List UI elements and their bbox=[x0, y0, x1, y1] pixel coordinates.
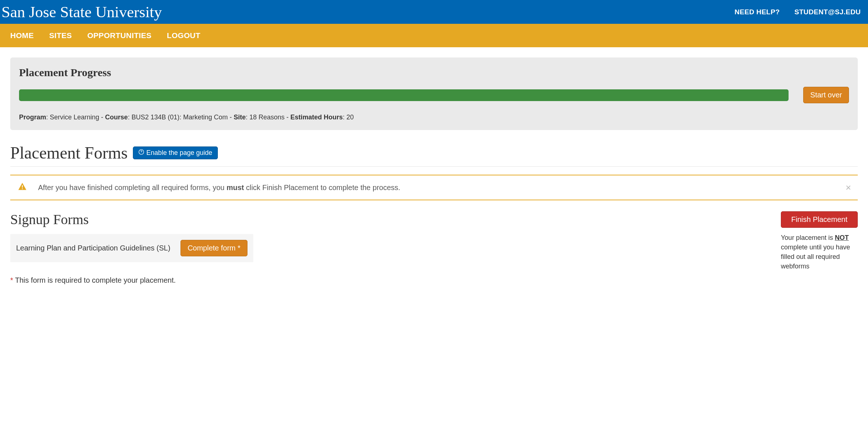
footnote-text: This form is required to complete your p… bbox=[13, 276, 176, 284]
program-label: Program bbox=[19, 114, 46, 121]
course-value: : BUS2 134B (01): Marketing Com - bbox=[128, 114, 234, 121]
site-label: Site bbox=[234, 114, 246, 121]
progress-bar bbox=[19, 89, 789, 101]
site-value: : 18 Reasons - bbox=[246, 114, 290, 121]
main-container: Placement Progress Start over Program: S… bbox=[0, 47, 868, 295]
finish-placement-section: Finish Placement Your placement is NOT c… bbox=[781, 211, 858, 271]
alert-text-after: click Finish Placement to complete the p… bbox=[244, 183, 401, 192]
nav-home[interactable]: HOME bbox=[10, 31, 34, 40]
svg-rect-2 bbox=[22, 185, 23, 188]
nav-opportunities[interactable]: OPPORTUNITIES bbox=[87, 31, 151, 40]
signup-title: Signup Forms bbox=[10, 211, 770, 227]
warning-icon bbox=[18, 182, 27, 193]
finish-note: Your placement is NOT complete until you… bbox=[781, 233, 858, 271]
hours-value: : 20 bbox=[343, 114, 354, 121]
user-email-link[interactable]: STUDENT@SJ.EDU bbox=[794, 8, 861, 16]
progress-title: Placement Progress bbox=[19, 66, 849, 79]
nav-logout[interactable]: LOGOUT bbox=[167, 31, 201, 40]
finish-placement-button[interactable]: Finish Placement bbox=[781, 211, 858, 228]
course-label: Course bbox=[105, 114, 128, 121]
finish-note-before: Your placement is bbox=[781, 234, 835, 241]
top-header: San Jose State University NEED HELP? STU… bbox=[0, 0, 868, 24]
finish-note-after: complete until you have filled out all r… bbox=[781, 244, 850, 270]
nav-sites[interactable]: SITES bbox=[49, 31, 72, 40]
signup-forms-section: Signup Forms Learning Plan and Participa… bbox=[10, 211, 770, 285]
progress-row: Start over bbox=[19, 87, 849, 103]
enable-page-guide-button[interactable]: Enable the page guide bbox=[133, 146, 218, 159]
start-over-button[interactable]: Start over bbox=[803, 87, 849, 103]
complete-form-button[interactable]: Complete form * bbox=[180, 240, 247, 256]
hours-label: Estimated Hours bbox=[290, 114, 343, 121]
question-circle-icon bbox=[138, 149, 144, 157]
required-footnote: * This form is required to complete your… bbox=[10, 276, 770, 285]
page-title-row: Placement Forms Enable the page guide bbox=[10, 143, 858, 167]
footnote-star: * bbox=[10, 276, 13, 284]
alert-close-button[interactable]: × bbox=[846, 183, 851, 192]
main-nav: HOME SITES OPPORTUNITIES LOGOUT bbox=[0, 24, 868, 47]
svg-rect-3 bbox=[22, 188, 23, 189]
progress-bar-fill bbox=[19, 89, 789, 101]
page-title: Placement Forms bbox=[10, 143, 128, 163]
header-links: NEED HELP? STUDENT@SJ.EDU bbox=[735, 8, 868, 16]
program-value: : Service Learning - bbox=[46, 114, 105, 121]
finish-note-not: NOT bbox=[835, 234, 849, 241]
brand-title: San Jose State University bbox=[1, 3, 162, 21]
alert-text-bold: must bbox=[227, 183, 244, 192]
finish-placement-alert: After you have finished completing all r… bbox=[10, 175, 858, 200]
alert-text-before: After you have finished completing all r… bbox=[38, 183, 227, 192]
progress-meta: Program: Service Learning - Course: BUS2… bbox=[19, 114, 849, 121]
lower-row: Signup Forms Learning Plan and Participa… bbox=[10, 211, 858, 285]
signup-form-row: Learning Plan and Participation Guidelin… bbox=[10, 234, 253, 262]
svg-point-1 bbox=[141, 153, 141, 153]
need-help-link[interactable]: NEED HELP? bbox=[735, 8, 780, 16]
guide-button-label: Enable the page guide bbox=[146, 149, 212, 157]
alert-text: After you have finished completing all r… bbox=[38, 183, 400, 192]
placement-progress-panel: Placement Progress Start over Program: S… bbox=[10, 57, 858, 130]
form-name: Learning Plan and Participation Guidelin… bbox=[16, 244, 170, 252]
